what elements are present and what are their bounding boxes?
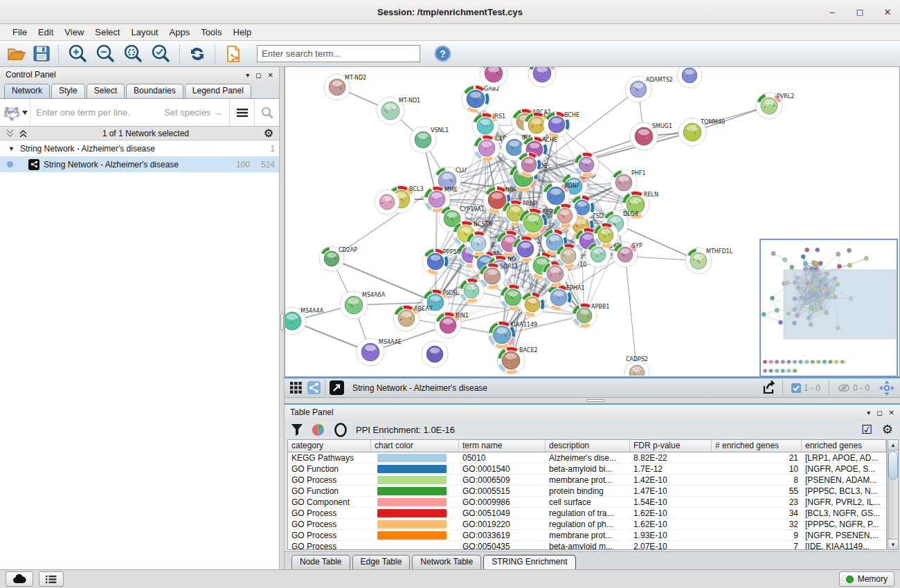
string-protein-query-icon[interactable]: STRING: [0, 100, 30, 126]
menu-select[interactable]: Select: [89, 26, 125, 39]
table-row[interactable]: KEGG Pathways05010Alzheimer's dise...8.8…: [288, 452, 886, 463]
open-session-icon[interactable]: [7, 46, 26, 62]
tab-select[interactable]: Select: [87, 84, 125, 98]
tab-edge-table[interactable]: Edge Table: [352, 555, 411, 569]
enrichment-chart-icon[interactable]: [311, 423, 325, 437]
enrichment-table[interactable]: categorychart colorterm namedescriptionF…: [287, 439, 887, 550]
table-cell: GO Process: [288, 541, 371, 550]
table-panel-float-icon[interactable]: ◻: [876, 409, 882, 416]
table-row[interactable]: GO ProcessGO:0050435beta-amyloid m...2.0…: [288, 541, 886, 550]
automation-cloud-button[interactable]: [6, 571, 33, 587]
network-from-file-icon[interactable]: [224, 44, 243, 64]
tab-network-table[interactable]: Network Table: [412, 555, 481, 569]
zoom-out-icon[interactable]: [95, 44, 116, 64]
tab-legend-panel[interactable]: Legend Panel: [185, 84, 251, 98]
menu-view[interactable]: View: [59, 26, 89, 39]
table-header-row[interactable]: categorychart colorterm namedescriptionF…: [288, 440, 886, 452]
network-canvas[interactable]: MT-ND2MT-ND1VSNL1GAB2ADAMTS2SMUG1TOMM40P…: [285, 67, 900, 377]
table-cell: GO:0033619: [459, 530, 546, 540]
table-row[interactable]: GO ProcessGO:0019220regulation of ph...1…: [288, 519, 886, 530]
tab-string-enrichment[interactable]: STRING Enrichment: [483, 555, 575, 569]
menu-apps[interactable]: Apps: [164, 26, 196, 39]
table-row[interactable]: GO ProcessGO:0006509membrane prot...1.42…: [288, 475, 886, 486]
checkbox-icon: [791, 383, 801, 393]
tab-network[interactable]: Network: [4, 84, 50, 98]
tab-boundaries[interactable]: Boundaries: [126, 84, 183, 98]
string-search-icon[interactable]: [254, 100, 279, 126]
chart-color-swatch: [377, 465, 447, 473]
table-row[interactable]: GO FunctionGO:0005515protein binding1.47…: [288, 486, 886, 497]
table-cell: KEGG Pathways: [288, 452, 371, 463]
menu-file[interactable]: File: [7, 26, 33, 39]
memory-button[interactable]: Memory: [839, 571, 894, 587]
menu-tools[interactable]: Tools: [195, 26, 227, 39]
tab-node-table[interactable]: Node Table: [291, 555, 350, 569]
network-collection-row[interactable]: ▼ String Network - Alzheimer's disease 1: [0, 140, 279, 156]
menu-help[interactable]: Help: [228, 26, 258, 39]
help-icon[interactable]: ?: [434, 45, 451, 62]
maximize-button[interactable]: ◻: [854, 7, 865, 17]
export-network-icon[interactable]: [762, 380, 778, 396]
filter-icon[interactable]: [291, 424, 303, 436]
save-session-icon[interactable]: [33, 46, 50, 62]
collapse-all-icon[interactable]: [6, 129, 15, 138]
search-input[interactable]: [257, 45, 420, 62]
zoom-selected-icon[interactable]: [150, 44, 171, 64]
network-options-gear-icon[interactable]: ⚙: [264, 127, 273, 140]
menu-edit[interactable]: Edit: [33, 26, 59, 39]
string-options-icon[interactable]: [229, 100, 254, 126]
select-rows-icon[interactable]: ☑: [861, 422, 872, 437]
birds-eye-view[interactable]: [759, 239, 898, 377]
table-scrollbar[interactable]: ▲ ▼: [888, 439, 899, 550]
scrollbar-thumb[interactable]: [888, 451, 898, 480]
column-header[interactable]: description: [546, 440, 630, 452]
table-splitter[interactable]: [285, 398, 900, 403]
column-header[interactable]: chart color: [371, 440, 459, 452]
table-body[interactable]: KEGG Pathways05010Alzheimer's dise...8.8…: [288, 452, 886, 550]
tree-caret-icon[interactable]: ▼: [8, 145, 15, 152]
zoom-in-icon[interactable]: [67, 44, 88, 64]
table-row[interactable]: GO FunctionGO:0001540beta-amyloid bi...1…: [288, 463, 886, 475]
network-row-selected[interactable]: String Network - Alzheimer's disease 100…: [0, 156, 279, 172]
column-header[interactable]: # enriched genes: [712, 440, 802, 452]
minimize-button[interactable]: –: [827, 7, 838, 17]
open-in-window-icon[interactable]: [330, 380, 344, 395]
table-settings-gear-icon[interactable]: ⚙: [882, 422, 893, 437]
table-panel-title: Table Panel: [290, 407, 867, 417]
column-header[interactable]: enriched genes: [802, 440, 886, 452]
table-row[interactable]: GO ProcessGO:0051049regulation of tra...…: [288, 508, 886, 519]
column-header[interactable]: FDR p-value: [630, 440, 712, 452]
table-row[interactable]: GO ProcessGO:0033619membrane prot...1.93…: [288, 530, 886, 541]
panel-float-icon[interactable]: ◻: [255, 71, 261, 79]
grid-view-icon[interactable]: [285, 382, 307, 394]
svg-text:PVRL2: PVRL2: [777, 93, 794, 100]
share-view-icon[interactable]: [307, 381, 321, 394]
ring-chart-icon[interactable]: [334, 423, 348, 437]
refresh-network-icon[interactable]: [188, 45, 206, 63]
string-query-input[interactable]: Enter one term per line. Set species →: [30, 107, 229, 118]
panel-splitter[interactable]: [280, 67, 285, 569]
table-cell: GO Process: [288, 508, 371, 518]
scroll-up-icon[interactable]: ▲: [888, 440, 898, 450]
table-cell: 1.7E-12: [630, 463, 712, 474]
table-row[interactable]: GO ComponentGO:0009986cell surface1.54E-…: [288, 497, 886, 508]
svg-text:MS4A4A: MS4A4A: [300, 308, 324, 314]
table-splitter-handle[interactable]: [586, 399, 604, 402]
pan-compass-icon[interactable]: [874, 380, 900, 396]
menu-layout[interactable]: Layout: [125, 26, 163, 39]
expand-all-icon[interactable]: [19, 129, 28, 138]
column-header[interactable]: category: [288, 440, 371, 452]
splitter-handle[interactable]: [280, 313, 284, 331]
column-header[interactable]: term name: [459, 440, 546, 452]
close-button[interactable]: ✕: [882, 7, 893, 17]
table-panel-close-icon[interactable]: ✕: [889, 409, 894, 416]
task-history-button[interactable]: [39, 571, 64, 587]
scroll-down-icon[interactable]: ▼: [888, 539, 898, 549]
panel-menu-icon[interactable]: ▾: [246, 71, 249, 79]
table-cell: [371, 452, 459, 463]
zoom-fit-icon[interactable]: [123, 44, 143, 64]
panel-close-icon[interactable]: ✕: [268, 71, 273, 79]
table-panel-menu-icon[interactable]: ▾: [867, 409, 870, 416]
tab-style[interactable]: Style: [51, 84, 85, 98]
table-cell: 7: [712, 541, 802, 550]
